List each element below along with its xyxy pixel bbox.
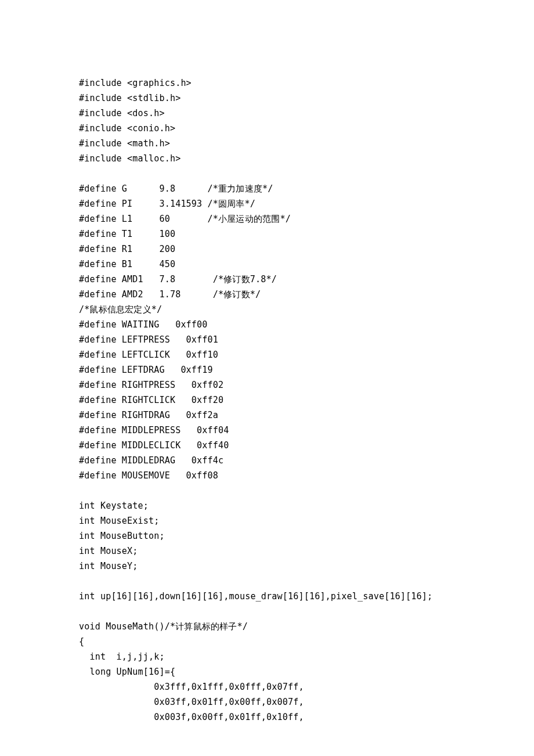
code-block: #include <graphics.h> #include <stdlib.h… <box>79 75 534 725</box>
document-page: #include <graphics.h> #include <stdlib.h… <box>0 0 534 756</box>
